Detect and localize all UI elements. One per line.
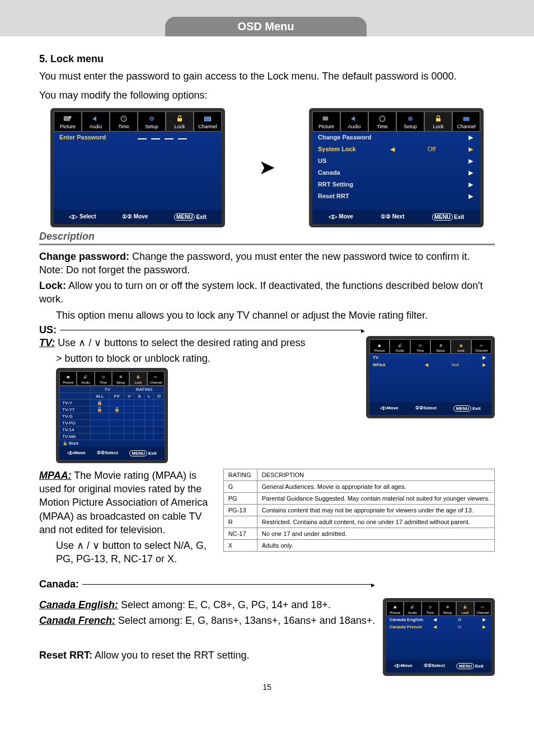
arrow-right-icon: ➤ <box>259 156 275 179</box>
menu-row: Change Password▶ <box>312 132 480 143</box>
osd-tab-setup: Setup <box>138 111 166 132</box>
svg-point-4 <box>151 118 152 119</box>
svg-rect-10 <box>436 118 441 122</box>
intro-text-1: You must enter the password to gain acce… <box>39 69 495 83</box>
lock-screens-row: Picture Audio Time Setup Lock Channel En… <box>39 108 495 227</box>
mpaa-table: RATINGDESCRIPTION GGeneral Audiences. Mo… <box>223 469 495 552</box>
mpaa-row: MPAA: The Movie rating (MPAA) is used fo… <box>39 469 495 568</box>
audio-icon <box>91 115 100 123</box>
svg-rect-11 <box>463 116 469 120</box>
us-label: US: <box>39 324 57 336</box>
tv-section-text: TV: Use ∧ / ∨ buttons to select the desi… <box>39 336 362 349</box>
description-header: Description <box>39 231 495 245</box>
svg-rect-7 <box>323 116 329 120</box>
menu-row: MPAA◀N/A▶ <box>369 361 491 368</box>
osd-screen-tv-grid: ▣Picture 🔊Audio ◷Time ⚙Setup 🔒Lock ▭Chan… <box>56 368 168 463</box>
tv-section-text-2: > button to block or unblock rating. <box>56 352 362 365</box>
password-dashes <box>138 135 216 139</box>
mpaa-text-2: Use ∧ / ∨ button to select N/A, G, PG, P… <box>56 539 218 566</box>
svg-rect-6 <box>204 116 210 120</box>
svg-rect-5 <box>177 118 182 122</box>
tv-icon <box>203 115 212 123</box>
foot-move: ①② Move <box>122 213 148 221</box>
osd-screen-enter-password: Picture Audio Time Setup Lock Channel En… <box>50 108 225 227</box>
canada-english: Canada English: Select among: E, C, C8+,… <box>39 598 378 612</box>
menu-row: US▶ <box>312 155 480 167</box>
desc-lock-2: This option menu allows you to lock any … <box>56 309 495 322</box>
svg-point-1 <box>69 116 72 119</box>
mpaa-text: MPAA: The Movie rating (MPAA) is used fo… <box>39 469 218 536</box>
osd-tab-audio: Audio <box>82 111 110 132</box>
page-header: OSD Menu <box>0 0 534 36</box>
menu-row: RRT Setting▶ <box>312 179 480 190</box>
page-content: 5. Lock menu You must enter the password… <box>0 53 534 692</box>
canada-french: Canada French: Select among: E, G, 8ans+… <box>39 614 378 627</box>
canada-header-line: Canada: ▸ <box>39 578 495 590</box>
block-line: 🔓 Block <box>59 440 165 447</box>
canada-label: Canada: <box>39 578 79 590</box>
osd-screen-canada: ▣Picture 🔊Audio ◷Time ⚙Setup 🔒Lock ▭Chan… <box>383 598 495 676</box>
clock-icon <box>119 115 128 123</box>
foot-exit: MENUExit <box>174 213 207 221</box>
tv-rating-grid: TVRATINGALLFVVSLDTV-Y🔒TV-Y7🔓🔓TV-GTV-PGTV… <box>59 386 165 440</box>
header-title: OSD Menu <box>165 17 367 36</box>
enter-password-row: Enter Password <box>54 132 222 143</box>
desc-change-password: Change password: Change the password, yo… <box>39 250 495 277</box>
desc-lock: Lock: Allow you to turn on or off the sy… <box>39 279 495 306</box>
osd-tab-picture: Picture <box>54 111 82 132</box>
picture-icon <box>63 115 72 123</box>
osd-tab-lock: Lock <box>166 111 194 132</box>
menu-row: Canada English◀G▶ <box>386 616 491 623</box>
menu-row: Canada▶ <box>312 167 480 179</box>
menu-row: TV▶ <box>369 354 491 361</box>
osd-screen-us: ▣Picture 🔊Audio ◷Time ⚙Setup 🔒Lock ▭Chan… <box>366 336 495 418</box>
menu-row: Canada French◀G▶ <box>386 623 491 631</box>
osd-screen-lock-menu: Picture Audio Time Setup Lock Channel Ch… <box>309 108 484 227</box>
foot-select: ◁▷ Select <box>69 213 96 221</box>
svg-point-9 <box>408 116 413 121</box>
osd-tab-time: Time <box>110 111 138 132</box>
reset-rrt: Reset RRT: Allow you to reset the RRT se… <box>39 648 378 662</box>
lock-icon <box>175 115 184 123</box>
menu-row: System Lock◀Off▶ <box>312 143 480 155</box>
menu-row: Reset RRT▶ <box>312 190 480 202</box>
osd-tab-channel: Channel <box>194 111 222 132</box>
osd-tabs: Picture Audio Time Setup Lock Channel <box>54 111 222 132</box>
svg-point-8 <box>380 116 385 122</box>
us-header-line: US: ▸ <box>39 324 495 336</box>
gear-icon <box>147 115 156 123</box>
intro-text-2: You may modify the following options: <box>39 88 495 102</box>
osd-footer: ◁▷ Select ①② Move MENUExit <box>54 210 222 224</box>
section-title: 5. Lock menu <box>39 53 495 65</box>
page-number: 15 <box>39 683 495 692</box>
